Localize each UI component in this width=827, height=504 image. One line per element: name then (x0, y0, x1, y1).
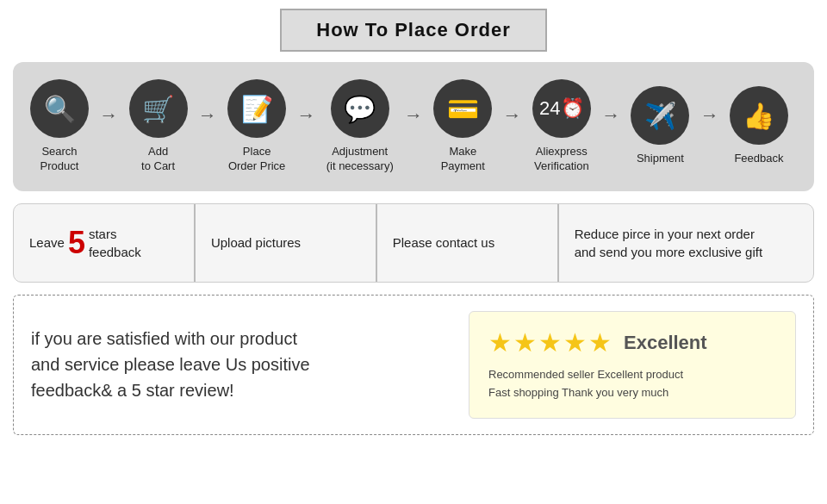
fb-reduce-label: Reduce pirce in your next orderand send … (575, 225, 762, 261)
step-cart: 🛒 Addto Cart (129, 79, 188, 174)
arrow-2: → (198, 104, 217, 148)
title-section: How To Place Order (13, 9, 814, 52)
step-adjustment: 💬 Adjustment(it necessary) (326, 79, 394, 174)
fb-cell-reduce: Reduce pirce in your next orderand send … (559, 204, 813, 282)
step-feedback-icon: 👍 (730, 86, 788, 145)
steps-section: 🔍 SearchProduct → 🛒 Addto Cart → 📝 Place… (13, 62, 814, 191)
step-payment-icon: 💳 (433, 79, 492, 138)
steps-row: 🔍 SearchProduct → 🛒 Addto Cart → 📝 Place… (30, 79, 788, 174)
step-shipment-icon: ✈️ (631, 86, 689, 145)
review-top: ★★★★★ Excellent (488, 327, 776, 358)
step-shipment: ✈️ Shipment (631, 86, 689, 166)
fb-upload-label: Upload pictures (211, 233, 301, 252)
review-stars: ★★★★★ (488, 327, 613, 358)
step-search-icon: 🔍 (30, 79, 89, 138)
arrow-4: → (404, 104, 423, 148)
page-title: How To Place Order (280, 9, 546, 52)
step-feedback: 👍 Feedback (730, 86, 788, 166)
step-verification-label: AliexpressVerification (534, 145, 589, 174)
step-payment: 💳 MakePayment (433, 79, 492, 174)
arrow-1: → (99, 104, 118, 148)
fb-stars-text: starsfeedback (89, 225, 141, 261)
review-box: ★★★★★ Excellent Recommended seller Excel… (469, 311, 796, 419)
step-place-order: 📝 PlaceOrder Price (227, 79, 286, 174)
step-cart-icon: 🛒 (129, 79, 188, 138)
arrow-5: → (503, 104, 522, 148)
fb-cell-stars: Leave 5 starsfeedback (14, 204, 196, 282)
fb-leave-text: Leave (29, 233, 65, 252)
bottom-satisfaction-text: if you are satisfied with our product an… (31, 329, 310, 400)
step-search: 🔍 SearchProduct (30, 79, 89, 174)
step-adjustment-icon: 💬 (331, 79, 389, 138)
feedback-bar: Leave 5 starsfeedback Upload pictures Pl… (13, 203, 814, 283)
step-shipment-label: Shipment (637, 152, 684, 166)
review-line-1: Recommended seller Excellent product (488, 366, 776, 384)
bottom-section: if you are satisfied with our product an… (13, 295, 814, 435)
bottom-text: if you are satisfied with our product an… (31, 326, 451, 403)
fb-star-number: 5 (68, 221, 85, 264)
excellent-label: Excellent (624, 332, 707, 354)
step-adjustment-label: Adjustment(it necessary) (326, 145, 394, 174)
step-search-label: SearchProduct (40, 145, 79, 174)
review-line-2: Fast shopping Thank you very much (488, 384, 776, 402)
step-feedback-label: Feedback (734, 152, 783, 166)
step-payment-label: MakePayment (441, 145, 485, 174)
arrow-7: → (700, 104, 719, 148)
step-place-order-label: PlaceOrder Price (228, 145, 285, 174)
fb-contact-label: Please contact us (393, 233, 494, 252)
fb-cell-contact: Please contact us (377, 204, 559, 282)
step-cart-label: Addto Cart (141, 145, 175, 174)
fb-cell-upload: Upload pictures (196, 204, 377, 282)
arrow-6: → (601, 104, 620, 148)
arrow-3: → (296, 104, 315, 148)
step-place-order-icon: 📝 (227, 79, 286, 138)
step-verification: 24⏰ AliexpressVerification (532, 79, 591, 174)
step-verification-icon: 24⏰ (532, 79, 591, 138)
